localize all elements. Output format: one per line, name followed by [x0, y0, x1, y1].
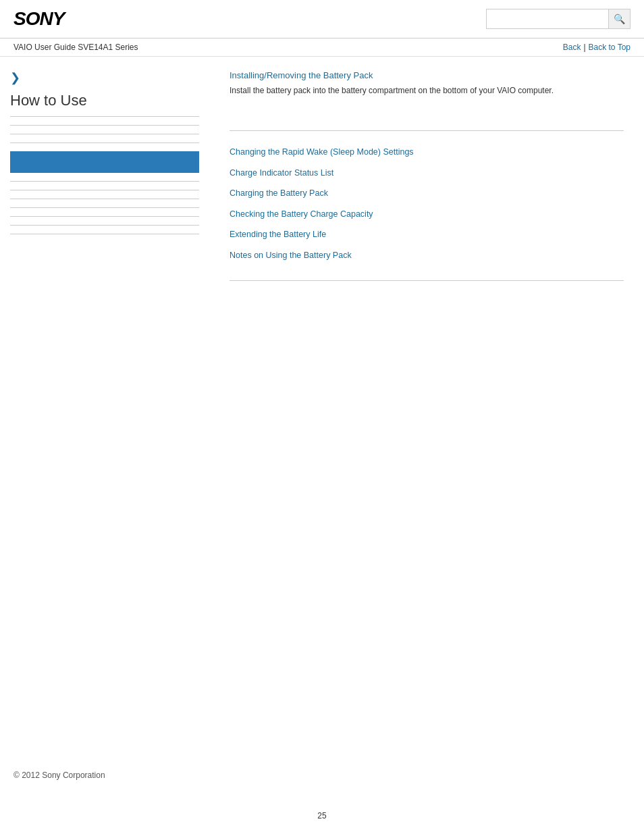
footer: © 2012 Sony Corporation [0, 757, 119, 793]
sidebar-divider-5 [10, 190, 199, 190]
nav-separator: | [583, 43, 585, 52]
sidebar-active-item[interactable] [10, 151, 199, 173]
sidebar-divider-2 [10, 134, 199, 134]
sidebar-divider-10 [10, 234, 199, 234]
primary-description: Install the battery pack into the batter… [230, 84, 624, 97]
link-charge-indicator[interactable]: Charge Indicator Status List [230, 165, 624, 181]
search-button[interactable]: 🔍 [608, 9, 630, 28]
link-rapid-wake[interactable]: Changing the Rapid Wake (Sleep Mode) Set… [230, 145, 624, 160]
chevron-right-icon[interactable]: ❯ [10, 70, 199, 85]
sidebar-divider-3 [10, 142, 199, 143]
sidebar: ❯ How to Use [0, 57, 209, 800]
secondary-links-section: Changing the Rapid Wake (Sleep Mode) Set… [230, 145, 624, 267]
sidebar-divider-4 [10, 181, 199, 182]
search-input[interactable] [487, 9, 608, 28]
primary-content-link[interactable]: Installing/Removing the Battery Pack [230, 70, 624, 80]
nav-links: Back | Back to Top [563, 43, 630, 52]
sidebar-divider-6 [10, 199, 199, 199]
sub-header: VAIO User Guide SVE14A1 Series Back | Ba… [0, 38, 644, 57]
sony-logo: SONY [14, 8, 64, 30]
back-to-top-link[interactable]: Back to Top [589, 43, 630, 52]
link-check-charge-capacity[interactable]: Checking the Battery Charge Capacity [230, 207, 624, 222]
sidebar-divider-1 [10, 125, 199, 126]
search-icon: 🔍 [614, 14, 625, 24]
sidebar-title: How to Use [10, 92, 199, 117]
page-number: 25 [0, 811, 644, 820]
content-area: Installing/Removing the Battery Pack Ins… [209, 57, 644, 800]
header: SONY 🔍 [0, 0, 644, 38]
link-extend-battery-life[interactable]: Extending the Battery Life [230, 227, 624, 242]
link-charging-battery[interactable]: Charging the Battery Pack [230, 186, 624, 201]
sidebar-divider-7 [10, 207, 199, 208]
primary-section: Installing/Removing the Battery Pack Ins… [230, 70, 624, 110]
sidebar-divider-9 [10, 225, 199, 226]
sidebar-divider-8 [10, 216, 199, 217]
content-divider-bottom [230, 280, 624, 281]
back-link[interactable]: Back [563, 43, 581, 52]
copyright-text: © 2012 Sony Corporation [14, 771, 105, 780]
link-notes-battery[interactable]: Notes on Using the Battery Pack [230, 248, 624, 263]
content-divider-top [230, 130, 624, 131]
search-box: 🔍 [486, 9, 630, 29]
main-container: ❯ How to Use Installing/Removing the Bat… [0, 57, 644, 800]
guide-title: VAIO User Guide SVE14A1 Series [14, 43, 138, 52]
